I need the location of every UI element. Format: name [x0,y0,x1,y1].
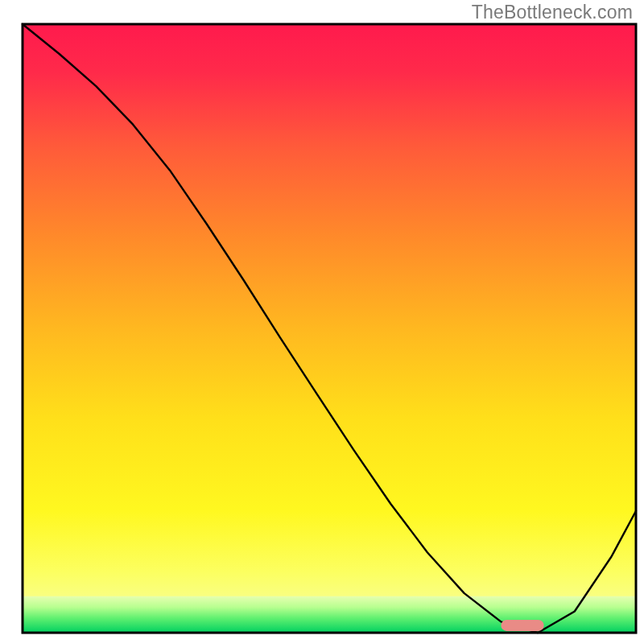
watermark-text: TheBottleneck.com [472,2,633,23]
chart-svg [0,0,644,644]
optimal-marker [501,620,543,631]
plot-area [23,24,636,633]
svg-rect-1 [23,597,636,633]
chart-container: { "watermark": "TheBottleneck.com", "cha… [0,0,644,644]
svg-rect-0 [23,24,636,633]
